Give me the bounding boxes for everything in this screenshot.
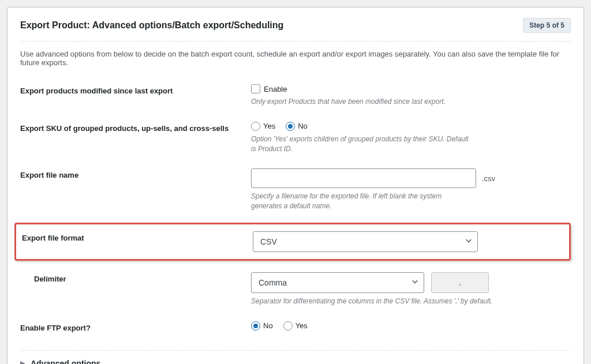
label-sku-grouped: Export SKU of grouped products, up-sells… (20, 122, 251, 133)
row-delimiter: Delimiter Comma , Separator for differen… (20, 267, 571, 316)
control-delimiter: Comma , Separator for differentiating th… (251, 272, 571, 306)
ftp-no-radio[interactable] (251, 321, 260, 331)
label-file-format: Export file format (22, 231, 253, 242)
control-file-format: CSV (253, 231, 563, 252)
highlight-file-format: Export file format CSV (14, 223, 571, 261)
label-delimiter: Delimiter (20, 272, 251, 283)
delimiter-select[interactable]: Comma (251, 272, 424, 293)
file-name-input[interactable] (251, 168, 476, 188)
help-delimiter: Separator for differentiating the column… (251, 297, 571, 306)
advanced-options-title: Advanced options (31, 359, 100, 364)
ftp-yes-radio[interactable] (283, 321, 293, 331)
control-ftp: No Yes (251, 321, 571, 334)
label-file-name: Export file name (20, 168, 251, 179)
page-title: Export Product: Advanced options/Batch e… (20, 20, 283, 31)
sku-no-label[interactable]: No (298, 122, 308, 130)
row-modified-since: Export products modified since last expo… (20, 78, 571, 116)
label-modified-since: Export products modified since last expo… (20, 84, 251, 95)
enable-modified-checkbox[interactable] (251, 84, 260, 93)
intro-text: Use advanced options from below to decid… (20, 50, 571, 67)
caret-right-icon: ▶ (20, 359, 25, 364)
ftp-no-label[interactable]: No (263, 321, 273, 330)
row-sku-grouped: Export SKU of grouped products, up-sells… (20, 116, 571, 163)
sku-no-radio[interactable] (286, 122, 295, 131)
control-modified-since: Enable Only export Products that have be… (251, 84, 571, 107)
control-sku-grouped: Yes No Option 'Yes' exports children of … (251, 122, 571, 154)
row-ftp: Enable FTP export? No Yes (20, 316, 571, 343)
help-sku-grouped: Option 'Yes' exports children of grouped… (251, 134, 470, 154)
help-modified-since: Only export Products that have been modi… (251, 97, 470, 107)
sku-yes-radio[interactable] (251, 122, 260, 131)
delimiter-char-display: , (431, 272, 489, 293)
file-suffix: .csv (482, 174, 495, 183)
ftp-yes-label[interactable]: Yes (296, 321, 308, 330)
sku-yes-label[interactable]: Yes (263, 122, 275, 130)
advanced-options-toggle[interactable]: ▶ Advanced options (20, 350, 571, 364)
file-format-select[interactable]: CSV (253, 231, 478, 252)
enable-modified-label[interactable]: Enable (264, 85, 287, 93)
step-badge: Step 5 of 5 (523, 18, 571, 33)
row-file-name: Export file name .csv Specify a filename… (20, 163, 571, 220)
label-ftp: Enable FTP export? (20, 321, 251, 332)
panel-header: Export Product: Advanced options/Batch e… (20, 18, 571, 42)
control-file-name: .csv Specify a filename for the exported… (251, 168, 571, 211)
help-file-name: Specify a filename for the exported file… (251, 192, 470, 211)
export-panel: Export Product: Advanced options/Batch e… (7, 7, 584, 364)
